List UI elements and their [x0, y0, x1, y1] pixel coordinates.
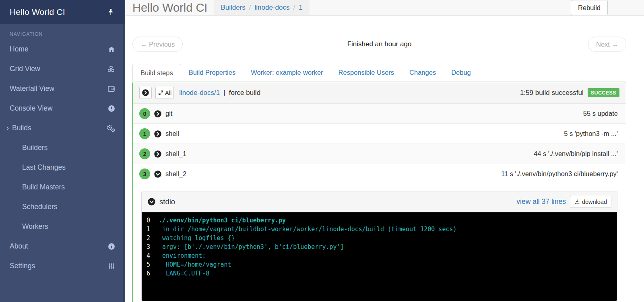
build-duration-status: 1:59 build successful — [520, 89, 584, 97]
step-row-git[interactable]: 0 git 55 s update — [133, 103, 626, 123]
log-line-number: 3 — [147, 242, 159, 251]
topbar: Hello World CI Builders / linode-docs / … — [125, 0, 644, 16]
sidebar-item-console-view[interactable]: Console View — [0, 99, 125, 118]
step-detail: 44 s './.venv/bin/pip install ...' — [534, 150, 619, 158]
tab-responsible-users[interactable]: Responsible Users — [331, 64, 402, 82]
build-finished-status: Finished an hour ago — [132, 40, 626, 48]
log-line-text: HOME=/home/vagrant — [159, 260, 231, 269]
step-detail: 11 s './.venv/bin/python3 ci/blueberry.p… — [501, 170, 619, 178]
sidebar-item-last-changes[interactable]: Last Changes — [0, 158, 125, 177]
sidebar-item-home[interactable]: Home — [0, 39, 125, 59]
step-log-section: stdio view all 37 lines downloa — [133, 184, 626, 302]
build-link[interactable]: linode-docs/1 — [179, 89, 220, 97]
chevron-down-circle-icon[interactable] — [147, 197, 156, 206]
sidebar-item-label: Console View — [10, 104, 53, 113]
build-pager: ← Previous Finished an hour ago Next → — [132, 37, 626, 52]
app-window: Hello World CI NAVIGATION Home Grid View — [0, 0, 644, 302]
bar-chart-icon — [107, 85, 116, 93]
step-row-shell[interactable]: 1 shell 5 s 'python3 -m ...' — [133, 123, 626, 144]
log-line-text: LANG=C.UTF-8 — [159, 269, 209, 278]
sidebar-item-builders[interactable]: Builders — [0, 138, 125, 158]
breadcrumb-separator: / — [293, 4, 295, 12]
tab-build-properties[interactable]: Build Properties — [181, 64, 243, 82]
exclamation-circle-icon — [107, 105, 116, 113]
sidebar-item-waterfall-view[interactable]: Waterfall View — [0, 79, 125, 99]
expand-all-button[interactable]: All — [155, 87, 174, 99]
tab-changes[interactable]: Changes — [402, 64, 444, 82]
log-line: 4 environment: — [147, 251, 617, 260]
build-summary-panel: All linode-docs/1 | force build 1:59 bui… — [132, 82, 626, 302]
sidebar-header: Hello World CI — [0, 0, 125, 24]
gears-icon — [106, 124, 116, 133]
sidebar-item-grid-view[interactable]: Grid View — [0, 59, 125, 79]
sidebar: Hello World CI NAVIGATION Home Grid View — [0, 0, 125, 302]
sidebar-item-settings[interactable]: Settings — [0, 256, 125, 276]
cubes-icon — [107, 65, 116, 73]
header-separator: | — [223, 89, 225, 97]
step-name: shell — [165, 130, 179, 138]
breadcrumb-builder-link[interactable]: linode-docs — [255, 4, 290, 12]
stdio-log-output: 0 ./.venv/bin/python3 ci/blueberry.py 1 … — [142, 212, 617, 301]
step-detail: 55 s update — [583, 110, 619, 117]
stdio-title: stdio — [159, 197, 175, 206]
breadcrumb-builders-link[interactable]: Builders — [221, 4, 245, 12]
step-number-badge: 3 — [139, 168, 150, 179]
build-tabs: Build steps Build Properties Worker: exa… — [132, 64, 626, 82]
chevron-right-circle-icon[interactable] — [154, 110, 162, 118]
sidebar-item-build-masters[interactable]: Build Masters — [0, 177, 125, 197]
chevron-right-circle-icon[interactable] — [154, 150, 162, 158]
log-line-number: 6 — [147, 269, 159, 278]
rebuild-button[interactable]: Rebuild — [571, 0, 608, 15]
log-line-number: 0 — [147, 216, 159, 225]
log-line-text: ./.venv/bin/python3 ci/blueberry.py — [159, 216, 286, 225]
log-line-text: in dir /home/vagrant/buildbot-worker/wor… — [159, 225, 457, 234]
chevron-down-circle-icon[interactable] — [154, 170, 162, 178]
step-name: shell_2 — [165, 170, 186, 178]
caret-right-icon: › — [6, 124, 9, 132]
sidebar-item-workers[interactable]: Workers — [0, 217, 125, 236]
step-name: shell_1 — [165, 150, 186, 158]
sidebar-item-label: Waterfall View — [10, 84, 54, 93]
sidebar-item-builds[interactable]: › Builds — [0, 118, 125, 138]
step-number-badge: 1 — [139, 128, 150, 139]
step-row-shell-1[interactable]: 2 shell_1 44 s './.venv/bin/pip install … — [133, 144, 626, 164]
step-row-shell-2[interactable]: 3 shell_2 11 s './.venv/bin/python3 ci/b… — [133, 164, 626, 184]
log-line-number: 1 — [147, 225, 159, 234]
sidebar-item-about[interactable]: About — [0, 236, 125, 256]
build-reason: force build — [229, 89, 260, 97]
download-button[interactable]: download — [570, 196, 611, 208]
sidebar-item-label: About — [10, 242, 28, 251]
tab-debug[interactable]: Debug — [444, 64, 479, 82]
step-number-badge: 2 — [139, 148, 150, 159]
sliders-icon — [107, 262, 116, 270]
page-title: Hello World CI — [132, 1, 207, 14]
sidebar-item-label: Settings — [10, 262, 35, 270]
step-name: git — [165, 110, 172, 117]
log-line-number: 4 — [147, 251, 159, 260]
pin-icon[interactable] — [107, 8, 115, 16]
log-line-number: 5 — [147, 260, 159, 269]
sidebar-item-schedulers[interactable]: Schedulers — [0, 197, 125, 217]
log-line-number: 2 — [147, 234, 159, 242]
tab-worker[interactable]: Worker: example-worker — [243, 64, 330, 82]
log-line-text: watching logfiles {} — [159, 234, 235, 242]
collapse-all-button[interactable] — [139, 87, 152, 99]
log-line: 5 HOME=/home/vagrant — [147, 260, 617, 269]
log-line: 3 argv: [b'./.venv/bin/python3', b'ci/bl… — [147, 242, 617, 251]
log-line: 2 watching logfiles {} — [147, 234, 617, 242]
stdio-header: stdio view all 37 lines downloa — [142, 191, 617, 212]
chevron-right-circle-icon[interactable] — [154, 130, 162, 138]
app-title[interactable]: Hello World CI — [10, 7, 65, 17]
sidebar-item-label: Builds — [12, 124, 31, 132]
navigation-section-label: NAVIGATION — [10, 31, 125, 37]
expand-arrows-icon — [158, 90, 164, 96]
log-line: 1 in dir /home/vagrant/buildbot-worker/w… — [147, 225, 617, 234]
breadcrumb-build-number-link[interactable]: 1 — [299, 4, 302, 12]
main-content: Hello World CI Builders / linode-docs / … — [125, 0, 644, 302]
chevron-right-circle-icon — [142, 89, 149, 97]
log-line-text: environment: — [159, 251, 206, 260]
view-all-lines-link[interactable]: view all 37 lines — [516, 197, 566, 206]
download-label: download — [582, 199, 607, 205]
tab-build-steps[interactable]: Build steps — [132, 64, 181, 82]
log-line: 0 ./.venv/bin/python3 ci/blueberry.py — [147, 216, 617, 225]
